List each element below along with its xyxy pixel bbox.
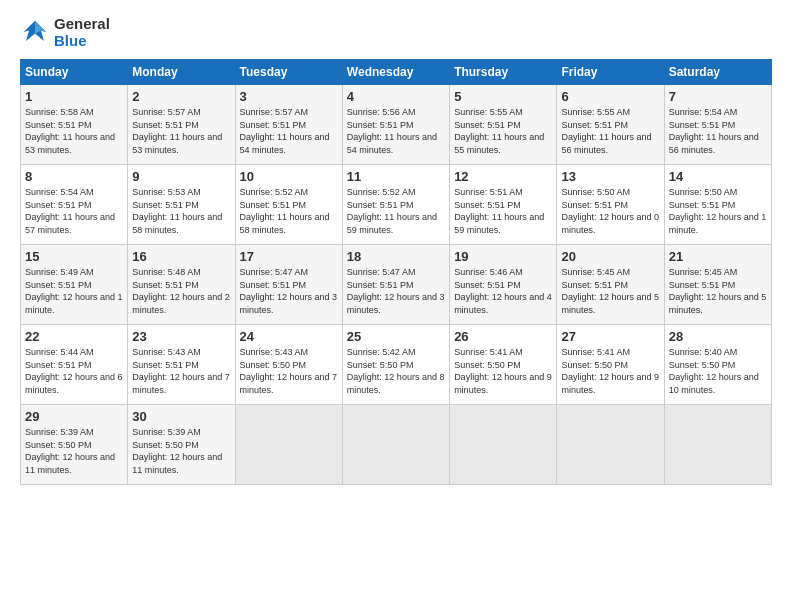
day-info: Sunrise: 5:43 AMSunset: 5:51 PMDaylight:… (132, 346, 230, 396)
calendar-cell: 15Sunrise: 5:49 AMSunset: 5:51 PMDayligh… (21, 245, 128, 325)
calendar-header-row: SundayMondayTuesdayWednesdayThursdayFrid… (21, 60, 772, 85)
day-info: Sunrise: 5:45 AMSunset: 5:51 PMDaylight:… (561, 266, 659, 316)
logo: General Blue (20, 15, 110, 49)
day-info: Sunrise: 5:41 AMSunset: 5:50 PMDaylight:… (561, 346, 659, 396)
calendar-cell: 10Sunrise: 5:52 AMSunset: 5:51 PMDayligh… (235, 165, 342, 245)
logo-icon (20, 17, 50, 47)
day-number: 20 (561, 249, 659, 264)
day-info: Sunrise: 5:50 AMSunset: 5:51 PMDaylight:… (561, 186, 659, 236)
day-number: 6 (561, 89, 659, 104)
calendar-cell: 7Sunrise: 5:54 AMSunset: 5:51 PMDaylight… (664, 85, 771, 165)
calendar-cell: 26Sunrise: 5:41 AMSunset: 5:50 PMDayligh… (450, 325, 557, 405)
day-number: 17 (240, 249, 338, 264)
calendar-cell: 13Sunrise: 5:50 AMSunset: 5:51 PMDayligh… (557, 165, 664, 245)
day-info: Sunrise: 5:42 AMSunset: 5:50 PMDaylight:… (347, 346, 445, 396)
day-info: Sunrise: 5:47 AMSunset: 5:51 PMDaylight:… (347, 266, 445, 316)
calendar-cell: 8Sunrise: 5:54 AMSunset: 5:51 PMDaylight… (21, 165, 128, 245)
day-number: 26 (454, 329, 552, 344)
calendar-week-3: 15Sunrise: 5:49 AMSunset: 5:51 PMDayligh… (21, 245, 772, 325)
calendar-cell: 24Sunrise: 5:43 AMSunset: 5:50 PMDayligh… (235, 325, 342, 405)
day-info: Sunrise: 5:54 AMSunset: 5:51 PMDaylight:… (669, 106, 767, 156)
day-number: 29 (25, 409, 123, 424)
calendar-cell (450, 405, 557, 485)
calendar-cell: 11Sunrise: 5:52 AMSunset: 5:51 PMDayligh… (342, 165, 449, 245)
day-info: Sunrise: 5:53 AMSunset: 5:51 PMDaylight:… (132, 186, 230, 236)
calendar-cell: 1Sunrise: 5:58 AMSunset: 5:51 PMDaylight… (21, 85, 128, 165)
header: General Blue (20, 15, 772, 49)
day-number: 5 (454, 89, 552, 104)
day-info: Sunrise: 5:55 AMSunset: 5:51 PMDaylight:… (561, 106, 659, 156)
day-info: Sunrise: 5:54 AMSunset: 5:51 PMDaylight:… (25, 186, 123, 236)
day-info: Sunrise: 5:47 AMSunset: 5:51 PMDaylight:… (240, 266, 338, 316)
day-info: Sunrise: 5:51 AMSunset: 5:51 PMDaylight:… (454, 186, 552, 236)
day-number: 11 (347, 169, 445, 184)
calendar-cell: 4Sunrise: 5:56 AMSunset: 5:51 PMDaylight… (342, 85, 449, 165)
day-number: 14 (669, 169, 767, 184)
calendar-cell: 25Sunrise: 5:42 AMSunset: 5:50 PMDayligh… (342, 325, 449, 405)
calendar-cell: 6Sunrise: 5:55 AMSunset: 5:51 PMDaylight… (557, 85, 664, 165)
day-info: Sunrise: 5:40 AMSunset: 5:50 PMDaylight:… (669, 346, 767, 396)
calendar-cell: 23Sunrise: 5:43 AMSunset: 5:51 PMDayligh… (128, 325, 235, 405)
calendar-header-saturday: Saturday (664, 60, 771, 85)
calendar-week-4: 22Sunrise: 5:44 AMSunset: 5:51 PMDayligh… (21, 325, 772, 405)
day-number: 19 (454, 249, 552, 264)
day-number: 8 (25, 169, 123, 184)
day-info: Sunrise: 5:46 AMSunset: 5:51 PMDaylight:… (454, 266, 552, 316)
calendar-cell: 22Sunrise: 5:44 AMSunset: 5:51 PMDayligh… (21, 325, 128, 405)
calendar-cell: 17Sunrise: 5:47 AMSunset: 5:51 PMDayligh… (235, 245, 342, 325)
day-number: 13 (561, 169, 659, 184)
calendar-cell: 12Sunrise: 5:51 AMSunset: 5:51 PMDayligh… (450, 165, 557, 245)
day-number: 18 (347, 249, 445, 264)
calendar-cell (664, 405, 771, 485)
day-number: 3 (240, 89, 338, 104)
calendar-cell: 28Sunrise: 5:40 AMSunset: 5:50 PMDayligh… (664, 325, 771, 405)
calendar-cell: 2Sunrise: 5:57 AMSunset: 5:51 PMDaylight… (128, 85, 235, 165)
calendar-week-1: 1Sunrise: 5:58 AMSunset: 5:51 PMDaylight… (21, 85, 772, 165)
calendar-cell: 3Sunrise: 5:57 AMSunset: 5:51 PMDaylight… (235, 85, 342, 165)
day-info: Sunrise: 5:57 AMSunset: 5:51 PMDaylight:… (240, 106, 338, 156)
day-number: 28 (669, 329, 767, 344)
day-number: 4 (347, 89, 445, 104)
calendar-header-wednesday: Wednesday (342, 60, 449, 85)
day-info: Sunrise: 5:55 AMSunset: 5:51 PMDaylight:… (454, 106, 552, 156)
calendar-table: SundayMondayTuesdayWednesdayThursdayFrid… (20, 59, 772, 485)
day-number: 27 (561, 329, 659, 344)
day-number: 2 (132, 89, 230, 104)
day-info: Sunrise: 5:43 AMSunset: 5:50 PMDaylight:… (240, 346, 338, 396)
day-info: Sunrise: 5:39 AMSunset: 5:50 PMDaylight:… (25, 426, 123, 476)
day-info: Sunrise: 5:44 AMSunset: 5:51 PMDaylight:… (25, 346, 123, 396)
calendar-cell: 21Sunrise: 5:45 AMSunset: 5:51 PMDayligh… (664, 245, 771, 325)
page: General Blue SundayMondayTuesdayWednesda… (0, 0, 792, 612)
calendar-header-friday: Friday (557, 60, 664, 85)
calendar-cell (557, 405, 664, 485)
day-number: 9 (132, 169, 230, 184)
calendar-cell (235, 405, 342, 485)
calendar-week-2: 8Sunrise: 5:54 AMSunset: 5:51 PMDaylight… (21, 165, 772, 245)
day-info: Sunrise: 5:45 AMSunset: 5:51 PMDaylight:… (669, 266, 767, 316)
day-info: Sunrise: 5:52 AMSunset: 5:51 PMDaylight:… (347, 186, 445, 236)
calendar-header-monday: Monday (128, 60, 235, 85)
calendar-cell: 19Sunrise: 5:46 AMSunset: 5:51 PMDayligh… (450, 245, 557, 325)
day-number: 16 (132, 249, 230, 264)
day-info: Sunrise: 5:57 AMSunset: 5:51 PMDaylight:… (132, 106, 230, 156)
calendar-cell: 14Sunrise: 5:50 AMSunset: 5:51 PMDayligh… (664, 165, 771, 245)
calendar-cell: 18Sunrise: 5:47 AMSunset: 5:51 PMDayligh… (342, 245, 449, 325)
calendar-header-sunday: Sunday (21, 60, 128, 85)
calendar-cell: 5Sunrise: 5:55 AMSunset: 5:51 PMDaylight… (450, 85, 557, 165)
calendar-week-5: 29Sunrise: 5:39 AMSunset: 5:50 PMDayligh… (21, 405, 772, 485)
day-number: 10 (240, 169, 338, 184)
calendar-header-tuesday: Tuesday (235, 60, 342, 85)
day-info: Sunrise: 5:52 AMSunset: 5:51 PMDaylight:… (240, 186, 338, 236)
day-number: 22 (25, 329, 123, 344)
calendar-cell: 9Sunrise: 5:53 AMSunset: 5:51 PMDaylight… (128, 165, 235, 245)
day-number: 21 (669, 249, 767, 264)
day-info: Sunrise: 5:48 AMSunset: 5:51 PMDaylight:… (132, 266, 230, 316)
day-info: Sunrise: 5:41 AMSunset: 5:50 PMDaylight:… (454, 346, 552, 396)
day-number: 1 (25, 89, 123, 104)
calendar-body: 1Sunrise: 5:58 AMSunset: 5:51 PMDaylight… (21, 85, 772, 485)
day-info: Sunrise: 5:58 AMSunset: 5:51 PMDaylight:… (25, 106, 123, 156)
day-number: 25 (347, 329, 445, 344)
day-number: 24 (240, 329, 338, 344)
day-info: Sunrise: 5:39 AMSunset: 5:50 PMDaylight:… (132, 426, 230, 476)
calendar-cell: 20Sunrise: 5:45 AMSunset: 5:51 PMDayligh… (557, 245, 664, 325)
